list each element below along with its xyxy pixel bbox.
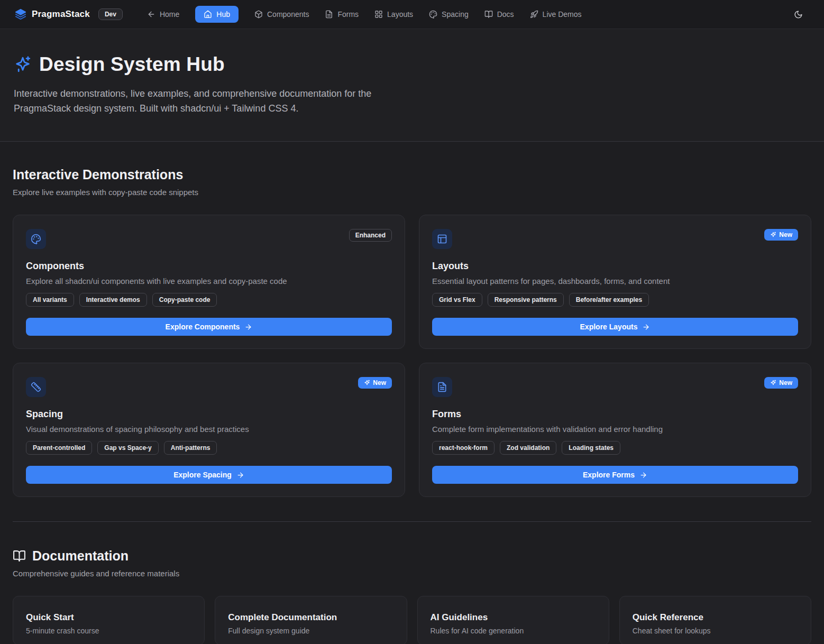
page-description: Interactive demonstrations, live example… — [14, 86, 408, 116]
palette-icon — [429, 10, 437, 19]
nav-item-spacing[interactable]: Spacing — [429, 10, 469, 19]
tag: Responsive patterns — [488, 293, 564, 307]
nav-item-label: Docs — [497, 10, 514, 19]
nav-item-label: Layouts — [387, 10, 413, 19]
nav-item-live-demos[interactable]: Live Demos — [530, 10, 582, 19]
sparkles-icon — [770, 232, 776, 238]
tag: Grid vs Flex — [432, 293, 482, 307]
arrow-right-icon — [642, 323, 650, 331]
demo-card-components: Enhanced Components Explore all shadcn/u… — [13, 215, 405, 349]
doc-card-title: Complete Documentation — [228, 612, 393, 623]
main-content: Interactive Demonstrations Explore live … — [0, 142, 824, 644]
badge-label: New — [779, 231, 792, 238]
demos-subheading: Explore live examples with copy-paste co… — [13, 188, 811, 197]
explore-spacing-button[interactable]: Explore Spacing — [26, 466, 392, 484]
nav-item-home[interactable]: Home — [147, 10, 179, 19]
sparkles-icon — [364, 380, 370, 386]
status-badge: New — [764, 377, 798, 389]
palette-icon — [26, 229, 46, 249]
tag: Zod validation — [500, 441, 556, 455]
tag: Anti-patterns — [164, 441, 217, 455]
explore-forms-button[interactable]: Explore Forms — [432, 466, 798, 484]
card-title: Spacing — [26, 409, 392, 420]
nav-item-label: Components — [267, 10, 309, 19]
layout-grid-icon — [374, 10, 383, 19]
demo-card-forms: New Forms Complete form implementations … — [419, 363, 811, 497]
tag: All variants — [26, 293, 74, 307]
tag: Copy-paste code — [152, 293, 217, 307]
nav-item-label: Live Demos — [543, 10, 582, 19]
tag: Loading states — [562, 441, 620, 455]
demo-card-grid: Enhanced Components Explore all shadcn/u… — [13, 215, 811, 497]
book-open-icon — [484, 10, 493, 19]
hero-section: Design System Hub Interactive demonstrat… — [0, 29, 824, 142]
nav-item-components[interactable]: Components — [254, 10, 309, 19]
doc-card-description: Cheat sheet for lookups — [633, 627, 798, 635]
explore-layouts-button[interactable]: Explore Layouts — [432, 318, 798, 336]
rocket-icon — [530, 10, 538, 19]
nav-item-docs[interactable]: Docs — [484, 10, 514, 19]
file-text-icon — [432, 377, 452, 397]
package-icon — [254, 10, 263, 19]
theme-toggle-button[interactable] — [794, 10, 803, 19]
explore-components-button[interactable]: Explore Components — [26, 318, 392, 336]
sparkles-icon — [14, 56, 32, 73]
navbar: PragmaStack Dev Home Hub Components Fo — [0, 0, 824, 29]
tag: react-hook-form — [432, 441, 495, 455]
nav-item-label: Hub — [216, 10, 230, 19]
card-title: Forms — [432, 409, 798, 420]
arrow-right-icon — [244, 323, 252, 331]
doc-card-description: Rules for AI code generation — [431, 627, 596, 635]
arrow-right-icon — [639, 471, 647, 479]
doc-card-title: Quick Start — [26, 612, 191, 623]
status-badge: New — [358, 377, 392, 389]
doc-card-title: Quick Reference — [633, 612, 798, 623]
button-label: Explore Components — [166, 323, 240, 331]
button-label: Explore Spacing — [173, 471, 232, 479]
doc-card-grid: Quick Start 5-minute crash course Comple… — [13, 596, 811, 644]
card-description: Essential layout patterns for pages, das… — [432, 277, 798, 286]
doc-card-description: 5-minute crash course — [26, 627, 191, 635]
sparkles-icon — [770, 380, 776, 386]
nav-item-label: Spacing — [442, 10, 469, 19]
doc-card-description: Full design system guide — [228, 627, 393, 635]
ruler-icon — [26, 377, 46, 397]
brand-name: PragmaStack — [32, 9, 90, 20]
doc-card-ai-guidelines[interactable]: AI Guidelines Rules for AI code generati… — [417, 596, 609, 644]
nav-item-label: Forms — [337, 10, 359, 19]
book-open-icon — [13, 549, 26, 563]
card-description: Explore all shadcn/ui components with li… — [26, 277, 392, 286]
layers-icon — [15, 8, 26, 20]
arrow-right-icon — [236, 471, 244, 479]
tag: Interactive demos — [79, 293, 147, 307]
home-icon — [204, 10, 212, 19]
moon-icon — [794, 10, 803, 19]
page-title: Design System Hub — [39, 53, 225, 76]
card-description: Complete form implementations with valid… — [432, 425, 798, 434]
badge-label: New — [373, 379, 386, 387]
docs-heading: Documentation — [32, 548, 129, 564]
card-title: Layouts — [432, 261, 798, 272]
main-nav: Home Hub Components Forms Layouts — [147, 6, 582, 23]
card-description: Visual demonstrations of spacing philoso… — [26, 425, 392, 434]
docs-subheading: Comprehensive guides and reference mater… — [13, 569, 811, 578]
status-badge: New — [764, 229, 798, 241]
brand[interactable]: PragmaStack Dev — [15, 8, 123, 20]
doc-card-quick-reference[interactable]: Quick Reference Cheat sheet for lookups — [619, 596, 811, 644]
doc-card-complete-documentation[interactable]: Complete Documentation Full design syste… — [215, 596, 407, 644]
badge-label: New — [779, 379, 792, 387]
nav-item-layouts[interactable]: Layouts — [374, 10, 413, 19]
status-badge: Enhanced — [349, 229, 392, 242]
button-label: Explore Layouts — [580, 323, 638, 331]
tag: Before/after examples — [569, 293, 649, 307]
demo-card-spacing: New Spacing Visual demonstrations of spa… — [13, 363, 405, 497]
card-title: Components — [26, 261, 392, 272]
doc-card-title: AI Guidelines — [431, 612, 596, 623]
demo-card-layouts: New Layouts Essential layout patterns fo… — [419, 215, 811, 349]
nav-item-forms[interactable]: Forms — [325, 10, 359, 19]
doc-card-quick-start[interactable]: Quick Start 5-minute crash course — [13, 596, 205, 644]
arrow-left-icon — [147, 10, 155, 19]
nav-item-label: Home — [160, 10, 179, 19]
nav-item-hub[interactable]: Hub — [195, 6, 239, 23]
tag: Gap vs Space-y — [97, 441, 158, 455]
